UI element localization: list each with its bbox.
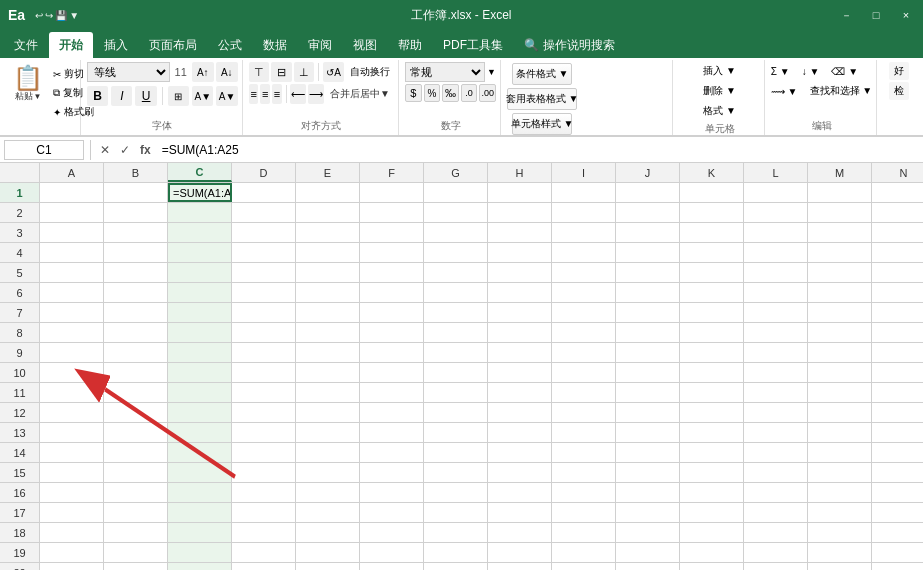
cell-G1[interactable] <box>424 183 488 202</box>
col-header-J[interactable]: J <box>616 163 680 182</box>
cell-K6[interactable] <box>680 283 744 302</box>
cell-A10[interactable] <box>40 363 104 382</box>
autosum-button[interactable]: Σ ▼ <box>766 62 795 80</box>
cell-E13[interactable] <box>296 423 360 442</box>
row-number-19[interactable]: 19 <box>0 543 40 562</box>
cell-A5[interactable] <box>40 263 104 282</box>
formula-input[interactable] <box>158 140 919 160</box>
cell-H20[interactable] <box>488 563 552 570</box>
cell-H17[interactable] <box>488 503 552 522</box>
cell-N20[interactable] <box>872 563 923 570</box>
cell-A2[interactable] <box>40 203 104 222</box>
cell-K19[interactable] <box>680 543 744 562</box>
col-header-E[interactable]: E <box>296 163 360 182</box>
align-right-button[interactable]: ≡ <box>272 84 282 104</box>
wrap-text-button[interactable]: 自动换行 <box>346 63 394 81</box>
cell-J9[interactable] <box>616 343 680 362</box>
italic-button[interactable]: I <box>111 86 132 106</box>
cell-I2[interactable] <box>552 203 616 222</box>
cell-H3[interactable] <box>488 223 552 242</box>
cell-J1[interactable] <box>616 183 680 202</box>
cell-K8[interactable] <box>680 323 744 342</box>
cell-H4[interactable] <box>488 243 552 262</box>
cell-I5[interactable] <box>552 263 616 282</box>
cell-M10[interactable] <box>808 363 872 382</box>
cell-K4[interactable] <box>680 243 744 262</box>
cell-B8[interactable] <box>104 323 168 342</box>
cell-C20[interactable] <box>168 563 232 570</box>
row-number-6[interactable]: 6 <box>0 283 40 302</box>
format-button[interactable]: 格式 ▼ <box>698 102 741 120</box>
cell-M14[interactable] <box>808 443 872 462</box>
cell-G15[interactable] <box>424 463 488 482</box>
cell-I15[interactable] <box>552 463 616 482</box>
cell-J20[interactable] <box>616 563 680 570</box>
underline-button[interactable]: U <box>135 86 156 106</box>
col-header-K[interactable]: K <box>680 163 744 182</box>
col-header-N[interactable]: N <box>872 163 923 182</box>
cell-M6[interactable] <box>808 283 872 302</box>
cell-L18[interactable] <box>744 523 808 542</box>
cell-I8[interactable] <box>552 323 616 342</box>
cell-F18[interactable] <box>360 523 424 542</box>
cell-K7[interactable] <box>680 303 744 322</box>
cell-B13[interactable] <box>104 423 168 442</box>
border-button[interactable]: ⊞ <box>168 86 189 106</box>
col-header-F[interactable]: F <box>360 163 424 182</box>
cell-C18[interactable] <box>168 523 232 542</box>
cell-N13[interactable] <box>872 423 923 442</box>
percent-button[interactable]: % <box>424 84 441 102</box>
cell-K2[interactable] <box>680 203 744 222</box>
cell-C4[interactable] <box>168 243 232 262</box>
cell-B20[interactable] <box>104 563 168 570</box>
cell-L9[interactable] <box>744 343 808 362</box>
cell-styles-button[interactable]: 单元格样式 ▼ <box>512 113 572 135</box>
cell-M19[interactable] <box>808 543 872 562</box>
cell-L2[interactable] <box>744 203 808 222</box>
cell-N1[interactable] <box>872 183 923 202</box>
cell-N8[interactable] <box>872 323 923 342</box>
cell-I6[interactable] <box>552 283 616 302</box>
insert-button[interactable]: 插入 ▼ <box>698 62 741 80</box>
cell-I19[interactable] <box>552 543 616 562</box>
cell-A14[interactable] <box>40 443 104 462</box>
cell-F14[interactable] <box>360 443 424 462</box>
cell-C19[interactable] <box>168 543 232 562</box>
cell-G20[interactable] <box>424 563 488 570</box>
col-header-B[interactable]: B <box>104 163 168 182</box>
cell-E14[interactable] <box>296 443 360 462</box>
cell-E17[interactable] <box>296 503 360 522</box>
cell-B18[interactable] <box>104 523 168 542</box>
cell-D13[interactable] <box>232 423 296 442</box>
text-direction-button[interactable]: ↺A <box>323 62 344 82</box>
cell-L12[interactable] <box>744 403 808 422</box>
cell-G11[interactable] <box>424 383 488 402</box>
cell-D5[interactable] <box>232 263 296 282</box>
cell-N15[interactable] <box>872 463 923 482</box>
cell-H16[interactable] <box>488 483 552 502</box>
cell-I18[interactable] <box>552 523 616 542</box>
number-format-select[interactable]: 常规 数字 货币 百分比 文本 <box>405 62 485 82</box>
cell-F9[interactable] <box>360 343 424 362</box>
tab-home[interactable]: 开始 <box>49 32 93 58</box>
cell-A3[interactable] <box>40 223 104 242</box>
col-header-H[interactable]: H <box>488 163 552 182</box>
cell-G2[interactable] <box>424 203 488 222</box>
cell-L19[interactable] <box>744 543 808 562</box>
cell-C13[interactable] <box>168 423 232 442</box>
row-number-12[interactable]: 12 <box>0 403 40 422</box>
cell-J17[interactable] <box>616 503 680 522</box>
decrease-indent-button[interactable]: ⟵ <box>290 84 306 104</box>
align-left-button[interactable]: ≡ <box>249 84 259 104</box>
cell-A18[interactable] <box>40 523 104 542</box>
cell-A19[interactable] <box>40 543 104 562</box>
cell-H11[interactable] <box>488 383 552 402</box>
cell-J6[interactable] <box>616 283 680 302</box>
cell-I10[interactable] <box>552 363 616 382</box>
tab-formula[interactable]: 公式 <box>208 32 252 58</box>
row-number-13[interactable]: 13 <box>0 423 40 442</box>
cell-J10[interactable] <box>616 363 680 382</box>
cell-G18[interactable] <box>424 523 488 542</box>
cell-K3[interactable] <box>680 223 744 242</box>
conditional-format-button[interactable]: 条件格式 ▼ <box>512 63 572 85</box>
